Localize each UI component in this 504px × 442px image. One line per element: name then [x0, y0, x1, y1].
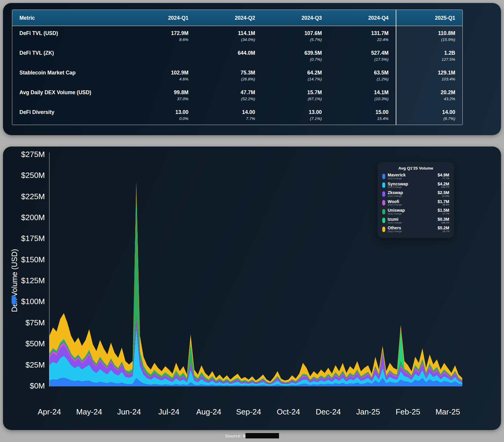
legend-series-name: Zkswap: [388, 190, 438, 195]
metric-value: 172.9M: [132, 30, 188, 36]
metric-value: 14.1M: [332, 89, 389, 96]
y-axis-tick: $75M: [25, 318, 45, 327]
metric-cell: 75.3M(26.8%): [196, 65, 262, 85]
metric-value: 63.5M: [332, 70, 389, 76]
metric-cell: 15.7M(67.1%): [262, 85, 329, 105]
metric-change: (26.8%): [199, 77, 255, 81]
legend-series-value: $5.2M: [438, 226, 449, 230]
legend-swatch-icon: [382, 191, 385, 197]
legend-series-value: $0.3M: [438, 217, 449, 222]
y-axis-tick: $50M: [25, 339, 45, 348]
y-axis-tick: $250M: [21, 171, 45, 180]
header-cell-2024-q1: 2024-Q1: [129, 10, 196, 26]
x-axis-tick: Mar-25: [436, 407, 460, 416]
x-axis-tick: Oct-24: [277, 407, 300, 416]
metric-value: 1.2B: [399, 50, 455, 56]
qoq-change-value: 38.5%: [438, 204, 449, 206]
metric-change: [199, 57, 255, 62]
metric-change: 15.4%: [332, 116, 389, 121]
metric-value: 131.7M: [332, 30, 389, 36]
x-axis-tick: Aug-24: [196, 407, 221, 416]
metric-change: 4.6%: [132, 77, 188, 81]
metric-value: 15.7M: [265, 89, 322, 96]
header-cell-metric: Metric: [12, 10, 129, 26]
metric-change: (7.1%): [265, 116, 322, 121]
metric-cell: 64.2M(14.7%): [262, 65, 329, 85]
x-axis-tick: Jul-24: [158, 407, 179, 416]
quarterly-metrics-table: Metric2024-Q12024-Q22024-Q32024-Q42025-Q…: [12, 10, 463, 125]
legend-swatch-icon: [382, 200, 385, 205]
legend-series-name: Others: [388, 226, 438, 230]
metric-value: 13.00: [132, 109, 188, 115]
qoq-change-value: 17.7%: [438, 213, 449, 215]
qoq-change-label: QoQ Change: [388, 222, 438, 224]
qoq-change-label: QoQ Change: [388, 204, 438, 206]
metric-cell: 107.6M(5.7%): [262, 26, 329, 46]
metric-cell: 14.007.7%: [196, 105, 262, 125]
legend-entry-syncswap: SyncswapQoQ Change$4.2M149.7%: [382, 182, 449, 189]
legend-swatch-icon: [382, 218, 385, 223]
metric-cell: 172.9M8.6%: [129, 26, 196, 46]
metric-value: 14.00: [399, 109, 455, 115]
metric-value: 14.00: [199, 109, 255, 115]
metric-value: 644.0M: [199, 50, 255, 56]
header-cell-2024-q2: 2024-Q2: [196, 10, 262, 26]
y-axis-tick: $175M: [21, 234, 45, 243]
legend-entry-uniswap: UniswapQoQ Change$1.5M17.7%: [382, 208, 449, 215]
metric-cell: 110.8M(15.9%): [396, 26, 462, 46]
x-axis-tick: Jan-25: [356, 407, 380, 416]
x-axis-tick: Apr-24: [38, 407, 61, 416]
qoq-change-value: 15.7%: [438, 230, 449, 233]
chart-legend: Avg Q1'25 Volume MaverickQoQ Change$4.9M…: [377, 162, 454, 238]
metric-change: 43.2%: [399, 97, 455, 101]
metric-cell: 13.00(7.1%): [262, 105, 329, 125]
legend-entry-others: OthersQoQ Change$5.2M15.7%: [382, 226, 449, 233]
y-axis-tick: $225M: [21, 192, 45, 201]
qoq-change-label: QoQ Change: [388, 195, 438, 197]
legend-series-value: $1.5M: [438, 208, 449, 213]
metric-value: 20.2M: [399, 89, 455, 96]
legend-entry-zkswap: ZkswapQoQ Change$2.5M(4.3%): [382, 190, 449, 197]
metric-cell: 639.5M(0.7%): [262, 46, 329, 65]
metric-change: (34.0%): [199, 37, 255, 42]
metric-value: 110.8M: [399, 30, 455, 36]
metric-value: 107.6M: [265, 30, 322, 36]
metric-cell: 527.4M(17.5%): [329, 46, 396, 65]
y-axis-tick: $150M: [21, 255, 45, 264]
metric-change: 0.0%: [132, 116, 188, 121]
legend-series-name: Woofi: [388, 199, 438, 204]
metric-change: (17.5%): [332, 57, 389, 62]
metric-value: 47.7M: [199, 89, 255, 96]
x-axis-tick: Feb-25: [396, 407, 420, 416]
qoq-change-value: 77.7%: [438, 177, 449, 180]
metric-row: DeFi Diversity13.000.0%14.007.7%13.00(7.…: [12, 105, 462, 125]
metric-cell: 20.2M43.2%: [396, 85, 462, 105]
metric-change: 37.0%: [132, 97, 188, 101]
metric-change: (52.2%): [199, 97, 255, 101]
metric-change: 8.6%: [132, 37, 188, 42]
legend-swatch-icon: [382, 227, 385, 232]
source-label: Source: M: [225, 433, 247, 438]
metric-name: Avg Daily DEX Volume (USD): [12, 85, 129, 105]
metric-change: (67.1%): [265, 97, 322, 101]
metric-cell: 63.5M(1.2%): [329, 65, 396, 85]
legend-entry-maverick: MaverickQoQ Change$4.9M77.7%: [382, 173, 449, 180]
metric-change: 7.7%: [199, 116, 255, 121]
metric-cell: 102.9M4.6%: [129, 65, 196, 85]
qoq-change-label: QoQ Change: [388, 186, 438, 188]
metrics-table-card: Metric2024-Q12024-Q22024-Q32024-Q42025-Q…: [3, 3, 501, 135]
x-axis-tick: May-24: [76, 407, 102, 416]
metric-change: (1.2%): [332, 77, 389, 81]
axis-marker-pill-icon: [11, 295, 16, 305]
metric-value: 639.5M: [265, 50, 322, 56]
metric-value: 15.00: [332, 109, 389, 115]
header-cell-2024-q4: 2024-Q4: [329, 10, 396, 26]
table-header-row: Metric2024-Q12024-Q22024-Q32024-Q42025-Q…: [12, 10, 462, 26]
metric-change: 22.4%: [332, 37, 389, 42]
y-axis-tick: $125M: [21, 276, 45, 285]
qoq-change-value: 149.7%: [438, 186, 449, 188]
metric-change: 127.5%: [399, 57, 455, 62]
metric-change: (14.7%): [265, 77, 322, 81]
qoq-change-value: (4.3%): [438, 195, 449, 197]
legend-series-value: $2.5M: [438, 190, 449, 195]
